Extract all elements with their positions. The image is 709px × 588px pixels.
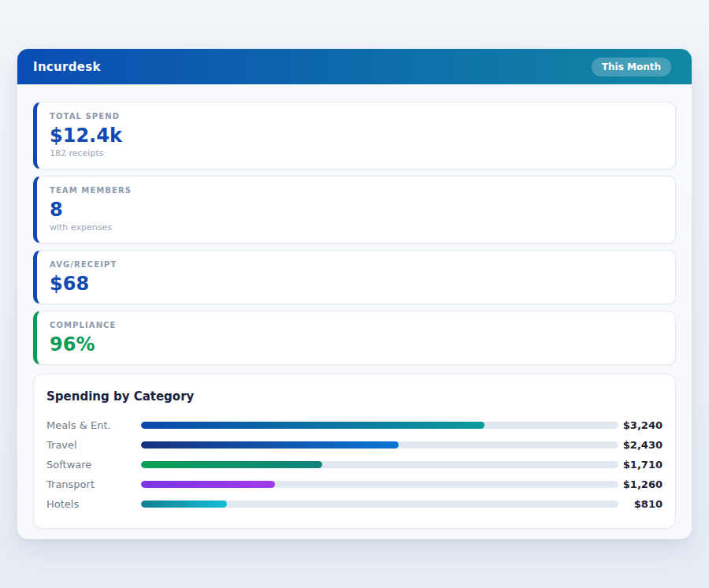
app-title: Incurdesk — [33, 60, 101, 74]
category-value: $2,430 — [618, 439, 663, 451]
category-row: Hotels$810 — [46, 494, 663, 514]
category-bar-chart: Meals & Ent.$3,240Travel$2,430Software$1… — [46, 415, 663, 514]
bar-track — [141, 461, 618, 468]
stat-sub: 182 receipts — [50, 148, 663, 159]
category-row: Meals & Ent.$3,240 — [46, 415, 663, 435]
category-label: Hotels — [46, 498, 141, 510]
category-row: Travel$2,430 — [46, 435, 663, 455]
bar-fill — [141, 501, 227, 508]
spending-card: Spending by Category Meals & Ent.$3,240T… — [33, 374, 676, 529]
category-label: Transport — [46, 478, 141, 490]
bar-track — [141, 441, 618, 448]
bar-fill — [141, 422, 484, 429]
stat-card: AVG/RECEIPT$68 — [33, 250, 676, 304]
category-value: $1,710 — [618, 459, 663, 471]
stat-value: $12.4k — [50, 125, 663, 146]
stat-sub: with expenses — [50, 222, 663, 233]
stat-card: COMPLIANCE96% — [33, 311, 676, 365]
bar-fill — [141, 441, 399, 448]
stat-label: AVG/RECEIPT — [50, 260, 663, 270]
category-label: Meals & Ent. — [46, 419, 141, 431]
stat-value: 8 — [50, 199, 663, 220]
bar-track — [141, 481, 618, 488]
spending-title: Spending by Category — [46, 390, 663, 403]
stats-list: TOTAL SPEND$12.4k182 receiptsTEAM MEMBER… — [33, 102, 676, 365]
bar-fill — [141, 461, 322, 468]
category-value: $3,240 — [618, 419, 663, 431]
stat-value: 96% — [50, 334, 663, 355]
stat-value: $68 — [50, 274, 663, 294]
category-value: $810 — [618, 498, 663, 510]
dashboard-card: Incurdesk This Month TOTAL SPEND$12.4k18… — [17, 49, 692, 539]
stat-card: TOTAL SPEND$12.4k182 receipts — [33, 102, 676, 169]
category-row: Transport$1,260 — [46, 474, 663, 494]
app-header: Incurdesk This Month — [17, 49, 692, 84]
bar-track — [141, 501, 618, 508]
bar-fill — [141, 481, 275, 488]
dashboard-content: TOTAL SPEND$12.4k182 receiptsTEAM MEMBER… — [17, 84, 692, 539]
category-label: Software — [46, 459, 141, 471]
category-label: Travel — [46, 439, 141, 451]
category-row: Software$1,710 — [46, 455, 663, 474]
category-value: $1,260 — [618, 478, 663, 490]
stat-label: TOTAL SPEND — [50, 112, 663, 121]
this-month-badge[interactable]: This Month — [592, 58, 671, 76]
stat-card: TEAM MEMBERS8with expenses — [33, 176, 676, 244]
stat-label: TEAM MEMBERS — [50, 186, 663, 195]
bar-track — [141, 422, 618, 429]
stat-label: COMPLIANCE — [50, 321, 663, 330]
